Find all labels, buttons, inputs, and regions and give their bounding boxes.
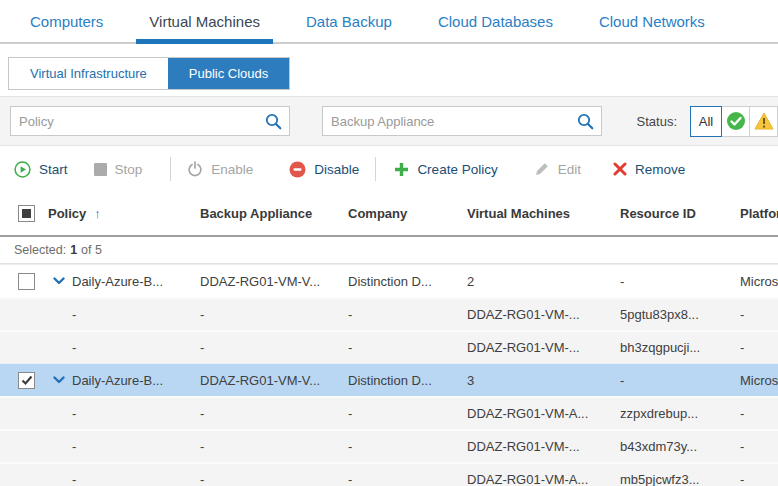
cell-appliance: - — [200, 307, 348, 322]
sub-tab-group: Virtual Infrastructure Public Clouds — [8, 57, 290, 90]
table-row[interactable]: Daily-Azure-B... DDAZ-RG01-VM-V... Disti… — [0, 264, 778, 297]
cell-resource-id: bh3zqgpucji... — [620, 340, 740, 355]
search-icon[interactable] — [577, 113, 594, 130]
column-header-platform[interactable]: Platform — [740, 206, 778, 221]
cell-resource-id: 5pgtu83px8... — [620, 307, 740, 322]
create-policy-label: Create Policy — [417, 162, 497, 177]
subtab-public-clouds[interactable]: Public Clouds — [168, 58, 290, 89]
sort-ascending-icon: ↑ — [94, 206, 101, 221]
stop-label: Stop — [115, 162, 143, 177]
edit-button[interactable]: Edit — [534, 161, 581, 177]
search-icon[interactable] — [265, 113, 282, 130]
subtab-virtual-infrastructure[interactable]: Virtual Infrastructure — [9, 58, 168, 89]
disable-button[interactable]: Disable — [289, 161, 359, 178]
cell-company: - — [348, 406, 467, 421]
disable-label: Disable — [314, 162, 359, 177]
cell-policy: Daily-Azure-B... — [72, 373, 200, 388]
enable-button[interactable]: Enable — [187, 161, 253, 177]
column-header-backup-appliance[interactable]: Backup Appliance — [200, 206, 348, 221]
main-tab-bar: Computers Virtual Machines Data Backup C… — [0, 0, 778, 44]
plus-icon — [394, 162, 409, 177]
cell-appliance: - — [200, 439, 348, 454]
table-row[interactable]: - - - DDAZ-RG01-VM-... b43xdm73y... - — [0, 429, 778, 462]
cell-resource-id: mb5pjcwfz3... — [620, 472, 740, 486]
cell-platform: - — [740, 307, 778, 322]
toolbar-separator — [375, 157, 376, 181]
appliance-search-box — [322, 106, 602, 136]
appliance-search-input[interactable] — [323, 114, 577, 129]
warning-triangle-icon — [754, 112, 774, 130]
cell-company: Distinction D... — [348, 373, 467, 388]
cell-policy: - — [72, 307, 200, 322]
cell-company: Distinction D... — [348, 274, 467, 289]
cell-resource-id: b43xdm73y... — [620, 439, 740, 454]
toolbar-separator — [170, 157, 171, 181]
cell-appliance: DDAZ-RG01-VM-V... — [200, 274, 348, 289]
column-header-resource-id[interactable]: Resource ID — [620, 206, 740, 221]
table-header: Policy ↑ Backup Appliance Company Virtua… — [0, 192, 778, 237]
chevron-down-icon[interactable] — [53, 376, 72, 384]
cell-policy: Daily-Azure-B... — [72, 274, 200, 289]
status-success-button[interactable] — [721, 106, 750, 137]
column-header-policy[interactable]: Policy ↑ — [46, 206, 200, 221]
cell-appliance: DDAZ-RG01-VM-V... — [200, 373, 348, 388]
power-icon — [187, 161, 203, 177]
chevron-down-icon[interactable] — [53, 277, 72, 285]
cell-virtual-machines: DDAZ-RG01-VM-... — [467, 439, 620, 454]
tab-virtual-machines[interactable]: Virtual Machines — [149, 0, 260, 42]
tab-computers[interactable]: Computers — [30, 0, 103, 42]
selected-label: Selected: — [14, 243, 66, 257]
tab-cloud-networks[interactable]: Cloud Networks — [599, 0, 705, 42]
start-button[interactable]: Start — [14, 161, 68, 178]
table-body: Daily-Azure-B... DDAZ-RG01-VM-V... Disti… — [0, 264, 778, 486]
cell-policy: - — [72, 340, 200, 355]
table-row[interactable]: - - - DDAZ-RG01-VM-... 5pgtu83px8... - — [0, 297, 778, 330]
policy-search-input[interactable] — [11, 114, 265, 129]
stop-icon — [94, 163, 107, 176]
select-all-checkbox[interactable] — [18, 205, 35, 222]
cell-virtual-machines: DDAZ-RG01-VM-... — [467, 307, 620, 322]
row-checkbox[interactable] — [18, 273, 35, 290]
remove-label: Remove — [635, 162, 685, 177]
selected-count: 1 — [70, 243, 77, 257]
cell-company: - — [348, 307, 467, 322]
cell-virtual-machines: DDAZ-RG01-VM-... — [467, 340, 620, 355]
table-row[interactable]: - - - DDAZ-RG01-VM-A... zzpxdrebup... - — [0, 396, 778, 429]
table-row-selected[interactable]: Daily-Azure-B... DDAZ-RG01-VM-V... Disti… — [0, 363, 778, 396]
column-header-virtual-machines[interactable]: Virtual Machines — [467, 206, 620, 221]
status-button-group: All — [691, 106, 778, 137]
cell-resource-id: - — [620, 373, 740, 388]
remove-button[interactable]: Remove — [613, 162, 685, 177]
selected-total: of 5 — [81, 243, 102, 257]
status-filter: Status: All — [637, 106, 778, 137]
table-row[interactable]: - - - DDAZ-RG01-VM-A... mb5pjcwfz3... - — [0, 462, 778, 486]
stop-button[interactable]: Stop — [94, 162, 143, 177]
sub-tab-band: Virtual Infrastructure Public Clouds — [0, 44, 778, 96]
policy-search-box — [10, 106, 290, 136]
cell-platform: - — [740, 439, 778, 454]
create-policy-button[interactable]: Create Policy — [394, 162, 497, 177]
status-warning-button[interactable] — [749, 106, 778, 137]
cell-policy: - — [72, 439, 200, 454]
table-row[interactable]: - - - DDAZ-RG01-VM-... bh3zqgpucji... - — [0, 330, 778, 363]
cell-virtual-machines: 3 — [467, 373, 620, 388]
tab-cloud-databases[interactable]: Cloud Databases — [438, 0, 553, 42]
column-header-company[interactable]: Company — [348, 206, 467, 221]
cell-appliance: - — [200, 340, 348, 355]
action-toolbar: Start Stop Enable Disable Create P — [0, 146, 778, 192]
cell-platform: Microsoft — [740, 274, 778, 289]
enable-label: Enable — [211, 162, 253, 177]
green-check-icon — [726, 111, 746, 131]
row-checkbox-checked[interactable] — [18, 372, 35, 389]
tab-data-backup[interactable]: Data Backup — [306, 0, 392, 42]
pencil-icon — [534, 161, 550, 177]
header-checkbox-cell — [0, 205, 46, 222]
cell-platform: - — [740, 340, 778, 355]
cell-platform: - — [740, 472, 778, 486]
cell-appliance: - — [200, 472, 348, 486]
cell-virtual-machines: DDAZ-RG01-VM-A... — [467, 406, 620, 421]
cell-company: - — [348, 340, 467, 355]
start-label: Start — [39, 162, 68, 177]
status-label: Status: — [637, 114, 677, 129]
status-all-button[interactable]: All — [690, 106, 722, 137]
